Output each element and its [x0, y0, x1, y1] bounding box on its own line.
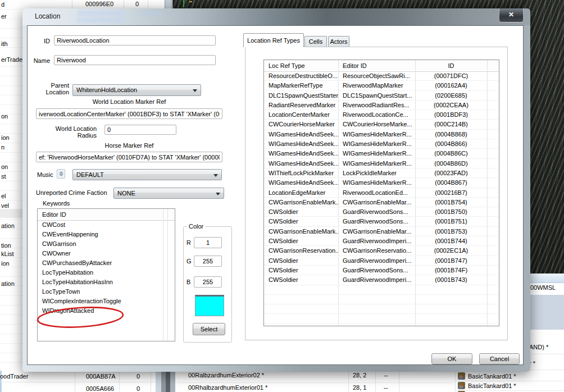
ok-button[interactable]: OK — [431, 353, 472, 364]
keyword-item[interactable]: LocTypeTown — [38, 287, 175, 297]
tab-cells[interactable]: Cells — [304, 36, 327, 47]
cell-grid[interactable]: 28, 1 — [353, 384, 366, 391]
table-row[interactable]: CWCourierHorseMarker CWCourierHorseMarke… — [264, 120, 499, 129]
list-item[interactable]: er — [1, 13, 7, 20]
cell-dash[interactable]: -- — [384, 372, 388, 379]
list-item[interactable]: ation — [1, 280, 15, 287]
table-row[interactable]: WIGamesHideAndSeek... WIGamesHideMarkerR… — [264, 178, 499, 188]
list-item[interactable]: ion — [1, 260, 10, 267]
column-header[interactable]: Editor ID — [343, 60, 367, 71]
red-label: R — [187, 239, 191, 246]
cell-grid[interactable]: 28, 2 — [353, 372, 366, 379]
table-row[interactable]: MapMarkerRefType RiverwoodMapMarker (000… — [264, 81, 499, 90]
table-row[interactable]: WIGamesHideAndSeek... WIGamesHideMarkerR… — [264, 130, 499, 139]
keyword-item[interactable]: LocTypeHabitation — [38, 268, 175, 277]
list-item[interactable]: st — [1, 173, 6, 180]
id-field[interactable] — [54, 35, 216, 45]
list-item[interactable]: n — [1, 144, 4, 151]
table-row[interactable]: CWSoldier GuardRiverwoodSons... (0001B75… — [264, 207, 499, 217]
keyword-item[interactable]: CWPurchasedByAttacker — [38, 258, 175, 268]
list-item[interactable]: AND) * — [529, 344, 548, 350]
count-cell[interactable]: 0 — [137, 385, 140, 392]
music-spinner[interactable] — [57, 169, 65, 179]
music-dropdown[interactable]: DEFAULT — [72, 169, 222, 180]
object-name-cell[interactable]: oodTrader — [0, 373, 28, 380]
blue-field[interactable] — [194, 276, 222, 288]
name-field[interactable] — [54, 55, 216, 65]
list-item[interactable]: ation — [1, 222, 15, 229]
list-item[interactable]: d — [1, 1, 4, 8]
table-row[interactable]: CWGarrisonEnableMark... CWGarrisonEnable… — [264, 198, 499, 207]
table-row[interactable]: WIGamesHideAndSeek... WIGamesHideMarkerR… — [264, 139, 499, 149]
world-marker-label: World Location Marker Ref — [36, 98, 222, 105]
list-item[interactable]: BasicTankard01 * — [468, 382, 516, 389]
object-3d-icon — [458, 382, 465, 389]
select-color-button[interactable]: Select — [193, 323, 225, 335]
list-item[interactable]: BasicTankard01 * — [468, 373, 516, 380]
cell-dash[interactable]: -- — [384, 384, 388, 391]
table-row[interactable]: CWSoldier GuardRiverwoodImperi... (0001B… — [264, 275, 499, 285]
table-row[interactable]: CWSoldier GuardRiverwoodImperi... (0001B… — [264, 256, 499, 266]
count-cell[interactable]: 0 — [137, 373, 140, 380]
list-item[interactable]: tion — [1, 242, 11, 249]
table-row[interactable]: ResourceDestructibleO... ResourceObjectS… — [264, 71, 499, 81]
table-row[interactable]: CWSoldier GuardRiverwoodSons... (0001B74… — [264, 266, 499, 275]
green-field[interactable] — [194, 256, 222, 267]
column-header[interactable]: Loc Ref Type — [269, 60, 305, 71]
keyword-item[interactable]: CWCost — [38, 220, 175, 230]
cell-row[interactable]: 00RhalbzardhumExterior01 * — [188, 384, 267, 391]
table-row[interactable]: CWSoldier GuardRiverwoodImperi... (0001B… — [264, 236, 499, 246]
keyword-item[interactable]: CWOwner — [38, 249, 175, 258]
table-row[interactable]: LocationCenterMarker RiverwoodLocationCe… — [264, 110, 499, 120]
location-ref-types-table: Loc Ref Type Editor ID ID ResourceDestru… — [263, 60, 499, 326]
keywords-column-header[interactable]: Editor ID — [38, 209, 175, 221]
table-row[interactable]: WIGamesHideAndSeek... WIGamesHideMarkerR… — [264, 149, 499, 158]
dialog-client-area: ID Name Parent Location WhiterunHoldLoca… — [27, 25, 524, 365]
table-row[interactable]: WIThiefLockPickMarker LockPickIdleMarker… — [264, 168, 499, 178]
keyword-item[interactable]: WIDragonAttacked — [38, 306, 175, 316]
radius-field[interactable] — [104, 125, 176, 135]
scrollbar[interactable] — [166, 371, 170, 392]
window-edge — [170, 371, 175, 392]
red-field[interactable] — [194, 237, 222, 248]
keywords-listbox: Editor ID CWCostCWEventHappeningCWGarris… — [37, 208, 175, 341]
tab-location-ref-types[interactable]: Location Ref Types — [243, 33, 304, 47]
list-item[interactable]: ith — [1, 40, 8, 47]
table-row[interactable]: CWGarrisonReservation... CWGarrisonReser… — [264, 246, 499, 256]
cancel-button[interactable]: Cancel — [479, 353, 520, 364]
list-item[interactable]: el — [1, 193, 6, 199]
dialog-titlebar[interactable]: Location ✕ — [22, 8, 530, 25]
horse-marker-field[interactable] — [36, 152, 222, 162]
horse-marker-label: Horse Marker Ref — [36, 142, 222, 149]
screen: deritherTraderLionionnonstelvelationtion… — [0, 0, 564, 392]
crime-faction-dropdown[interactable]: NONE — [113, 188, 224, 199]
keyword-item[interactable]: WIComplexInteractionToggle — [38, 297, 175, 306]
list-item[interactable]: vel — [1, 202, 9, 209]
table-row[interactable]: RadiantReservedMarker RiverwoodRadiantRe… — [264, 101, 499, 110]
close-icon[interactable]: ✕ — [499, 8, 524, 22]
keyword-item[interactable]: LocTypeHabitationHasInn — [38, 277, 175, 287]
world-marker-field[interactable] — [36, 108, 222, 119]
table-row[interactable]: CWGarrisonEnableMark... CWGarrisonEnable… — [264, 227, 499, 236]
scrollbar[interactable] — [165, 0, 172, 8]
keyword-item[interactable]: CWGarrison — [38, 239, 175, 249]
keyword-item[interactable]: CWEventHappening — [38, 230, 175, 239]
location-dialog: Location ✕ ID Name Parent Location White… — [22, 8, 530, 372]
form-id-cell[interactable]: 0005A666 — [86, 385, 114, 392]
table-row[interactable]: CWSoldier GuardRiverwoodSons... (0001B75… — [264, 217, 499, 226]
table-row[interactable]: LocationEdgeMarker RiverwoodLocationEd..… — [264, 188, 499, 198]
list-item[interactable]: on — [1, 113, 8, 120]
table-row[interactable]: DLC1SpawnQuestStarter DLC1SpawnQuestStar… — [264, 91, 499, 101]
column-header[interactable]: ID — [415, 60, 487, 71]
tab-actors[interactable]: Actors — [328, 36, 349, 47]
table-row[interactable]: WIGamesHideAndSeek... WIGamesHideMarkerR… — [264, 159, 499, 168]
background-left-list: deritherTraderLionionnonstelvelationtion… — [0, 0, 25, 372]
chevron-down-icon — [193, 89, 197, 92]
right-window-band — [528, 295, 564, 330]
form-id-cell[interactable]: 000AB87A — [86, 373, 116, 380]
list-item[interactable]: ion — [1, 134, 10, 141]
list-item[interactable]: on — [1, 163, 8, 170]
list-item[interactable]: kList — [1, 250, 14, 257]
cell-row[interactable]: 00RalbzardhumExterior02 * — [188, 372, 264, 379]
parent-location-dropdown[interactable]: WhiterunHoldLocation — [72, 84, 201, 96]
